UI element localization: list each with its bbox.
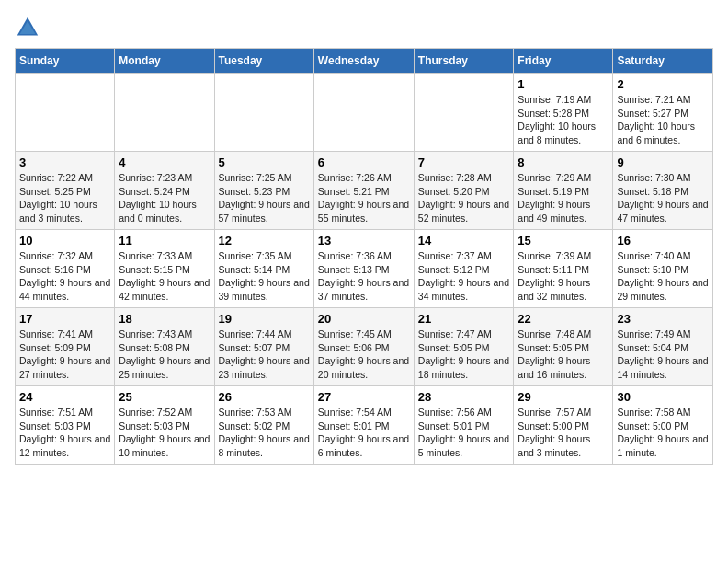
day-info-4: Sunrise: 7:23 AM Sunset: 5:24 PM Dayligh… bbox=[119, 171, 210, 225]
day-info-11: Sunrise: 7:33 AM Sunset: 5:15 PM Dayligh… bbox=[119, 249, 210, 304]
calendar-cell-w2-d5: 8Sunrise: 7:29 AM Sunset: 5:19 PM Daylig… bbox=[514, 152, 613, 230]
day-info-29: Sunrise: 7:57 AM Sunset: 5:00 PM Dayligh… bbox=[518, 406, 609, 460]
day-number-19: 19 bbox=[219, 312, 310, 326]
day-info-25: Sunrise: 7:52 AM Sunset: 5:03 PM Dayligh… bbox=[119, 406, 210, 460]
day-number-12: 12 bbox=[219, 234, 310, 247]
weekday-header-wednesday: Wednesday bbox=[313, 49, 414, 74]
calendar-cell-w4-d2: 19Sunrise: 7:44 AM Sunset: 5:07 PM Dayli… bbox=[214, 308, 313, 386]
calendar-cell-w1-d3 bbox=[313, 74, 414, 152]
day-info-16: Sunrise: 7:40 AM Sunset: 5:10 PM Dayligh… bbox=[617, 249, 709, 304]
day-number-16: 16 bbox=[617, 234, 709, 247]
day-info-1: Sunrise: 7:19 AM Sunset: 5:28 PM Dayligh… bbox=[518, 93, 609, 147]
calendar-cell-w2-d6: 9Sunrise: 7:30 AM Sunset: 5:18 PM Daylig… bbox=[613, 152, 713, 230]
day-info-9: Sunrise: 7:30 AM Sunset: 5:18 PM Dayligh… bbox=[617, 171, 709, 225]
calendar-cell-w1-d5: 1Sunrise: 7:19 AM Sunset: 5:28 PM Daylig… bbox=[514, 74, 613, 152]
day-info-12: Sunrise: 7:35 AM Sunset: 5:14 PM Dayligh… bbox=[219, 249, 310, 304]
day-info-14: Sunrise: 7:37 AM Sunset: 5:12 PM Dayligh… bbox=[418, 249, 510, 304]
weekday-header-thursday: Thursday bbox=[414, 49, 514, 74]
day-info-3: Sunrise: 7:22 AM Sunset: 5:25 PM Dayligh… bbox=[19, 171, 110, 225]
calendar-cell-w1-d4 bbox=[414, 74, 514, 152]
calendar-cell-w4-d6: 23Sunrise: 7:49 AM Sunset: 5:04 PM Dayli… bbox=[613, 308, 713, 386]
day-number-2: 2 bbox=[617, 77, 709, 91]
calendar-cell-w1-d6: 2Sunrise: 7:21 AM Sunset: 5:27 PM Daylig… bbox=[613, 74, 713, 152]
calendar-cell-w3-d5: 15Sunrise: 7:39 AM Sunset: 5:11 PM Dayli… bbox=[514, 230, 613, 308]
calendar-cell-w5-d4: 28Sunrise: 7:56 AM Sunset: 5:01 PM Dayli… bbox=[414, 386, 514, 465]
weekday-header-monday: Monday bbox=[115, 49, 214, 74]
day-number-28: 28 bbox=[418, 390, 510, 404]
calendar-table: SundayMondayTuesdayWednesdayThursdayFrid… bbox=[15, 48, 713, 465]
day-number-17: 17 bbox=[19, 312, 110, 326]
day-info-15: Sunrise: 7:39 AM Sunset: 5:11 PM Dayligh… bbox=[518, 249, 609, 304]
day-info-17: Sunrise: 7:41 AM Sunset: 5:09 PM Dayligh… bbox=[19, 327, 110, 382]
day-number-30: 30 bbox=[617, 390, 709, 404]
day-info-23: Sunrise: 7:49 AM Sunset: 5:04 PM Dayligh… bbox=[617, 327, 709, 382]
calendar-cell-w5-d5: 29Sunrise: 7:57 AM Sunset: 5:00 PM Dayli… bbox=[514, 386, 613, 465]
calendar-cell-w5-d3: 27Sunrise: 7:54 AM Sunset: 5:01 PM Dayli… bbox=[313, 386, 414, 465]
calendar-cell-w4-d3: 20Sunrise: 7:45 AM Sunset: 5:06 PM Dayli… bbox=[313, 308, 414, 386]
day-number-25: 25 bbox=[119, 390, 210, 404]
logo bbox=[15, 15, 44, 40]
week-row-1: 1Sunrise: 7:19 AM Sunset: 5:28 PM Daylig… bbox=[16, 74, 713, 152]
calendar-cell-w3-d0: 10Sunrise: 7:32 AM Sunset: 5:16 PM Dayli… bbox=[16, 230, 115, 308]
day-info-10: Sunrise: 7:32 AM Sunset: 5:16 PM Dayligh… bbox=[19, 249, 110, 304]
day-info-6: Sunrise: 7:26 AM Sunset: 5:21 PM Dayligh… bbox=[318, 171, 410, 225]
calendar-cell-w3-d6: 16Sunrise: 7:40 AM Sunset: 5:10 PM Dayli… bbox=[613, 230, 713, 308]
day-number-20: 20 bbox=[318, 312, 410, 326]
logo-icon bbox=[15, 15, 40, 40]
day-info-7: Sunrise: 7:28 AM Sunset: 5:20 PM Dayligh… bbox=[418, 171, 510, 225]
calendar-cell-w2-d3: 6Sunrise: 7:26 AM Sunset: 5:21 PM Daylig… bbox=[313, 152, 414, 230]
day-info-5: Sunrise: 7:25 AM Sunset: 5:23 PM Dayligh… bbox=[219, 171, 310, 225]
day-number-3: 3 bbox=[19, 155, 110, 169]
calendar-cell-w3-d4: 14Sunrise: 7:37 AM Sunset: 5:12 PM Dayli… bbox=[414, 230, 514, 308]
day-info-2: Sunrise: 7:21 AM Sunset: 5:27 PM Dayligh… bbox=[617, 93, 709, 147]
calendar-cell-w2-d2: 5Sunrise: 7:25 AM Sunset: 5:23 PM Daylig… bbox=[214, 152, 313, 230]
day-info-30: Sunrise: 7:58 AM Sunset: 5:00 PM Dayligh… bbox=[617, 406, 709, 460]
day-number-5: 5 bbox=[219, 155, 310, 169]
calendar-cell-w4-d0: 17Sunrise: 7:41 AM Sunset: 5:09 PM Dayli… bbox=[16, 308, 115, 386]
day-number-7: 7 bbox=[418, 155, 510, 169]
day-number-15: 15 bbox=[518, 234, 609, 247]
day-info-27: Sunrise: 7:54 AM Sunset: 5:01 PM Dayligh… bbox=[318, 406, 410, 460]
day-number-8: 8 bbox=[518, 155, 609, 169]
day-number-13: 13 bbox=[318, 234, 410, 247]
day-number-24: 24 bbox=[19, 390, 110, 404]
calendar-cell-w5-d0: 24Sunrise: 7:51 AM Sunset: 5:03 PM Dayli… bbox=[16, 386, 115, 465]
day-number-1: 1 bbox=[518, 77, 609, 91]
day-number-18: 18 bbox=[119, 312, 210, 326]
calendar-cell-w1-d0 bbox=[16, 74, 115, 152]
day-info-8: Sunrise: 7:29 AM Sunset: 5:19 PM Dayligh… bbox=[518, 171, 609, 225]
calendar-header: SundayMondayTuesdayWednesdayThursdayFrid… bbox=[16, 49, 713, 74]
day-number-6: 6 bbox=[318, 155, 410, 169]
day-info-13: Sunrise: 7:36 AM Sunset: 5:13 PM Dayligh… bbox=[318, 249, 410, 304]
day-info-21: Sunrise: 7:47 AM Sunset: 5:05 PM Dayligh… bbox=[418, 327, 510, 382]
week-row-3: 10Sunrise: 7:32 AM Sunset: 5:16 PM Dayli… bbox=[16, 230, 713, 308]
weekday-header-friday: Friday bbox=[514, 49, 613, 74]
day-info-19: Sunrise: 7:44 AM Sunset: 5:07 PM Dayligh… bbox=[219, 327, 310, 382]
weekday-header-sunday: Sunday bbox=[16, 49, 115, 74]
calendar-cell-w1-d2 bbox=[214, 74, 313, 152]
day-number-23: 23 bbox=[617, 312, 709, 326]
calendar-cell-w5-d6: 30Sunrise: 7:58 AM Sunset: 5:00 PM Dayli… bbox=[613, 386, 713, 465]
calendar-cell-w4-d1: 18Sunrise: 7:43 AM Sunset: 5:08 PM Dayli… bbox=[115, 308, 214, 386]
week-row-2: 3Sunrise: 7:22 AM Sunset: 5:25 PM Daylig… bbox=[16, 152, 713, 230]
day-number-14: 14 bbox=[418, 234, 510, 247]
calendar-cell-w3-d2: 12Sunrise: 7:35 AM Sunset: 5:14 PM Dayli… bbox=[214, 230, 313, 308]
calendar-cell-w5-d2: 26Sunrise: 7:53 AM Sunset: 5:02 PM Dayli… bbox=[214, 386, 313, 465]
day-number-9: 9 bbox=[617, 155, 709, 169]
calendar-cell-w4-d4: 21Sunrise: 7:47 AM Sunset: 5:05 PM Dayli… bbox=[414, 308, 514, 386]
day-info-18: Sunrise: 7:43 AM Sunset: 5:08 PM Dayligh… bbox=[119, 327, 210, 382]
day-number-27: 27 bbox=[318, 390, 410, 404]
calendar-cell-w1-d1 bbox=[115, 74, 214, 152]
week-row-4: 17Sunrise: 7:41 AM Sunset: 5:09 PM Dayli… bbox=[16, 308, 713, 386]
calendar-cell-w2-d1: 4Sunrise: 7:23 AM Sunset: 5:24 PM Daylig… bbox=[115, 152, 214, 230]
day-number-22: 22 bbox=[518, 312, 609, 326]
day-number-10: 10 bbox=[19, 234, 110, 247]
calendar-cell-w2-d4: 7Sunrise: 7:28 AM Sunset: 5:20 PM Daylig… bbox=[414, 152, 514, 230]
page-header bbox=[15, 15, 713, 40]
day-info-26: Sunrise: 7:53 AM Sunset: 5:02 PM Dayligh… bbox=[219, 406, 310, 460]
calendar-cell-w4-d5: 22Sunrise: 7:48 AM Sunset: 5:05 PM Dayli… bbox=[514, 308, 613, 386]
day-number-21: 21 bbox=[418, 312, 510, 326]
day-number-29: 29 bbox=[518, 390, 609, 404]
day-info-28: Sunrise: 7:56 AM Sunset: 5:01 PM Dayligh… bbox=[418, 406, 510, 460]
calendar-cell-w3-d1: 11Sunrise: 7:33 AM Sunset: 5:15 PM Dayli… bbox=[115, 230, 214, 308]
